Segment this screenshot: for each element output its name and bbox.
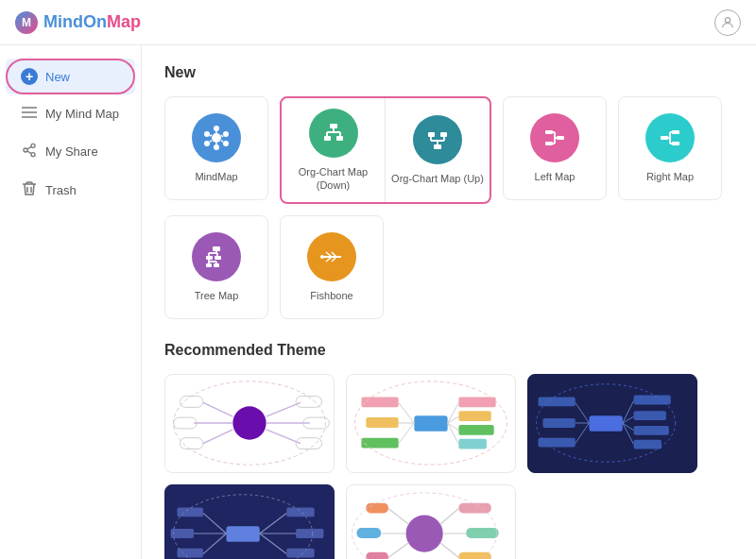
svg-rect-94: [458, 398, 495, 408]
my-share-icon: [21, 143, 38, 161]
svg-rect-145: [466, 528, 498, 538]
svg-line-81: [266, 430, 301, 444]
svg-rect-56: [213, 246, 220, 251]
org-down-label: Org-Chart Map (Down): [282, 165, 385, 193]
theme-card-3[interactable]: [527, 374, 697, 473]
svg-rect-85: [296, 397, 321, 408]
logo: M MindOnMap: [15, 11, 141, 34]
svg-rect-132: [177, 549, 202, 558]
org-up-icon: [413, 115, 462, 164]
svg-line-19: [221, 135, 223, 137]
svg-line-98: [399, 402, 415, 423]
user-avatar-icon[interactable]: [714, 9, 741, 36]
map-card-right-map[interactable]: Right Map: [618, 96, 722, 200]
svg-rect-102: [366, 417, 398, 428]
svg-point-4: [31, 144, 35, 147]
svg-rect-24: [330, 124, 337, 128]
map-card-org-down[interactable]: Org-Chart Map (Down): [282, 98, 386, 202]
left-map-icon: [530, 113, 579, 162]
new-section-title: New: [164, 64, 733, 81]
svg-rect-131: [171, 529, 195, 538]
sidebar-item-my-mind-map[interactable]: My Mind Map: [6, 96, 135, 131]
svg-rect-149: [366, 552, 388, 559]
svg-line-20: [221, 141, 223, 142]
map-card-tree-map[interactable]: Tree Map: [164, 215, 268, 319]
svg-line-8: [27, 146, 32, 149]
svg-rect-83: [174, 417, 198, 429]
svg-rect-48: [661, 136, 668, 140]
my-mind-map-icon: [21, 106, 38, 122]
org-chart-group: Org-Chart Map (Down): [280, 96, 491, 204]
svg-rect-32: [434, 144, 441, 149]
new-item-wrapper: + New: [0, 59, 141, 94]
svg-rect-59: [206, 263, 212, 267]
svg-point-16: [204, 141, 210, 146]
svg-rect-42: [545, 142, 553, 145]
theme-card-4[interactable]: [164, 484, 335, 559]
svg-rect-148: [357, 528, 382, 538]
map-card-fishbone[interactable]: Fishbone: [280, 215, 384, 319]
svg-line-143: [388, 543, 409, 558]
svg-rect-144: [458, 503, 490, 514]
map-card-org-up[interactable]: Org-Chart Map (Up): [386, 98, 490, 202]
svg-rect-114: [634, 440, 662, 449]
svg-point-11: [212, 133, 221, 143]
svg-line-100: [399, 423, 415, 444]
svg-rect-112: [634, 411, 666, 420]
sidebar-item-my-share[interactable]: My Share: [6, 133, 135, 170]
svg-rect-101: [361, 398, 398, 408]
svg-rect-57: [206, 256, 213, 260]
svg-rect-82: [180, 397, 203, 408]
svg-rect-122: [166, 485, 334, 559]
svg-point-17: [214, 144, 219, 150]
sidebar: + New My Mind Map My Share: [0, 45, 142, 559]
map-card-mindmap[interactable]: MindMap: [164, 96, 268, 200]
svg-rect-34: [440, 132, 447, 137]
sidebar-item-trash[interactable]: Trash: [6, 172, 135, 209]
tree-map-icon: [192, 232, 241, 281]
map-card-left-map[interactable]: Left Map: [503, 96, 607, 200]
svg-point-15: [204, 131, 210, 137]
sidebar-item-my-share-label: My Share: [45, 144, 98, 159]
svg-rect-95: [458, 411, 490, 421]
svg-rect-123: [226, 526, 259, 542]
right-map-label: Right Map: [646, 170, 694, 183]
theme-card-2[interactable]: [346, 374, 516, 473]
svg-rect-96: [458, 425, 493, 435]
svg-line-7: [27, 151, 32, 154]
tree-map-label: Tree Map: [195, 289, 239, 302]
map-type-grid: MindMap: [164, 96, 733, 319]
svg-rect-103: [361, 438, 398, 449]
org-up-label: Org-Chart Map (Up): [391, 172, 484, 185]
svg-rect-146: [458, 552, 490, 559]
svg-rect-119: [542, 418, 575, 428]
svg-line-79: [266, 402, 301, 416]
svg-point-137: [406, 515, 443, 551]
svg-line-78: [203, 430, 232, 444]
theme-card-1[interactable]: [164, 374, 335, 473]
svg-line-21: [210, 135, 212, 136]
map-row-2: Tree Map Fishbone: [164, 215, 733, 319]
svg-rect-113: [634, 426, 669, 435]
svg-line-138: [440, 509, 459, 525]
org-down-icon: [309, 109, 358, 158]
header: M MindOnMap: [0, 0, 756, 45]
svg-rect-133: [286, 508, 314, 517]
svg-rect-33: [428, 132, 435, 137]
theme-grid: [164, 374, 733, 559]
svg-rect-49: [672, 130, 679, 134]
mindmap-label: MindMap: [195, 170, 237, 183]
sidebar-item-trash-label: Trash: [45, 183, 77, 197]
svg-line-140: [440, 543, 459, 558]
trash-icon: [21, 181, 38, 199]
svg-point-0: [725, 17, 730, 22]
svg-rect-60: [214, 263, 219, 267]
svg-rect-147: [366, 503, 388, 514]
sidebar-item-new[interactable]: + New: [6, 59, 135, 94]
svg-rect-50: [672, 142, 679, 145]
theme-card-5[interactable]: [346, 484, 516, 559]
svg-point-75: [232, 406, 266, 439]
svg-line-76: [203, 402, 232, 416]
svg-line-22: [210, 141, 212, 142]
svg-rect-26: [336, 136, 343, 141]
